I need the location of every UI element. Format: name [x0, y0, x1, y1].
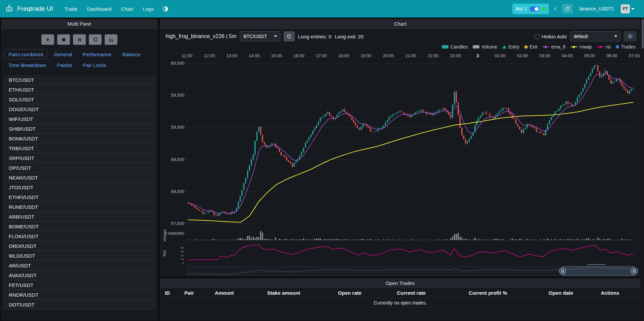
pane-tab[interactable]: General — [49, 50, 76, 59]
multi-pane-panel: Multi Pane Pairs combinedGeneralPerforma… — [1, 19, 158, 320]
legend-marker-icon — [597, 46, 604, 47]
legend-item[interactable]: Exit — [525, 44, 537, 50]
legend-item[interactable]: Entry — [502, 44, 520, 50]
candlestick-chart[interactable]: 11:0012:0013:0014:0015:0016:0017:0018:00… — [160, 53, 641, 277]
pair-list-item[interactable]: AVAX/USDT — [4, 270, 155, 280]
nav-link[interactable]: Trade — [65, 6, 78, 12]
svg-text:59,000: 59,000 — [171, 125, 184, 130]
svg-text:20:00: 20:00 — [383, 53, 394, 58]
nav-link[interactable]: Dashboard — [87, 6, 111, 12]
navbar-reload-button[interactable] — [562, 4, 573, 13]
stop-button[interactable] — [57, 34, 70, 45]
svg-text:07:00: 07:00 — [629, 53, 640, 58]
pair-list-item[interactable]: BOME/USDT — [4, 221, 155, 231]
table-column-header: Open rate — [338, 290, 397, 296]
page-scrollbar-thumb[interactable] — [642, 19, 644, 49]
svg-text:60,000: 60,000 — [171, 61, 184, 66]
pair-list-item[interactable]: SHIB/USDT — [4, 124, 155, 134]
legend-marker-icon — [502, 45, 506, 49]
pane-tab[interactable]: Balance — [118, 50, 145, 59]
user-menu[interactable]: FT — [621, 4, 635, 13]
pane-tab[interactable]: Pair Locks — [78, 60, 111, 70]
legend-item[interactable]: rsi — [597, 44, 611, 50]
pair-list-item[interactable]: AR/USDT — [4, 260, 155, 270]
legend-label: ema_8 — [551, 44, 566, 50]
pair-list-item[interactable]: XRP/USDT — [4, 153, 155, 163]
legend-item[interactable]: rvwap — [571, 44, 592, 50]
pair-list-item[interactable]: BTC/USDT — [4, 75, 155, 85]
pair-select[interactable]: BTC/USDT — [240, 31, 280, 41]
plot-settings-button[interactable] — [624, 31, 636, 41]
top-navbar: Freqtrade UI TradeDashboardChartLogs Bot… — [0, 0, 644, 18]
svg-text:12:00: 12:00 — [204, 53, 215, 58]
pair-list-item[interactable]: ARB/USDT — [4, 212, 155, 222]
theme-toggle-icon[interactable] — [163, 6, 168, 12]
svg-text:60: 60 — [181, 250, 184, 253]
pane-tab[interactable]: Performance — [78, 50, 116, 59]
svg-text:59,500: 59,500 — [171, 93, 184, 98]
pane-tabs-row2: Time BreakdownPairlistPair Locks — [1, 60, 157, 70]
legend-marker-icon — [542, 46, 549, 47]
pair-list-item[interactable]: ORDI/USDT — [4, 241, 155, 251]
svg-text:80: 80 — [181, 246, 184, 249]
pause-button[interactable] — [73, 34, 86, 45]
svg-text:RSI: RSI — [163, 250, 167, 256]
pair-list-item[interactable]: BONK/USDT — [4, 133, 155, 143]
legend-item[interactable]: ema_8 — [542, 44, 566, 50]
open-trades-column-headers: IDPairAmountStake amountOpen rateCurrent… — [160, 288, 640, 298]
chart-reload-button[interactable] — [284, 31, 295, 41]
pair-list-item[interactable]: FET/USDT — [4, 280, 155, 290]
table-column-header: Pair — [184, 290, 215, 296]
legend-item[interactable]: Trades — [616, 44, 636, 50]
legend-marker-icon — [616, 45, 619, 49]
bot-selector-chip[interactable]: Bot 1 — [512, 4, 549, 14]
pane-tab[interactable]: Time Breakdown — [4, 60, 50, 70]
svg-text:58,000: 58,000 — [171, 189, 184, 194]
bot-selected-check-icon: ✓ — [553, 6, 558, 12]
plot-config-select[interactable]: default — [570, 31, 620, 41]
clear-chart-button[interactable] — [105, 34, 117, 45]
table-column-header: Actions — [601, 290, 640, 296]
svg-text:57,500: 57,500 — [171, 221, 184, 226]
pair-list-item[interactable]: ETHFI/USDT — [4, 192, 155, 202]
legend-marker-icon — [473, 45, 479, 49]
pair-list-item[interactable]: DOGE/USDT — [4, 104, 155, 114]
nav-link[interactable]: Chart — [121, 6, 134, 12]
svg-text:16:00: 16:00 — [293, 53, 305, 58]
nav-link[interactable]: Logs — [143, 6, 154, 12]
svg-text:11:00: 11:00 — [182, 53, 192, 58]
heikin-ashi-checkbox[interactable] — [534, 34, 539, 39]
svg-text:02:00: 02:00 — [517, 53, 528, 58]
svg-text:58,500: 58,500 — [171, 157, 184, 162]
pane-tab[interactable]: Pairlist — [52, 60, 76, 70]
pair-list-item[interactable]: DOT/USDT — [4, 299, 155, 310]
pair-list-item[interactable]: FLOKI/USDT — [4, 231, 155, 241]
bot-toggle-switch[interactable] — [530, 6, 539, 11]
pair-list-item[interactable]: SOL/USDT — [4, 94, 155, 104]
pair-list-item[interactable]: TRB/USDT — [4, 143, 155, 153]
pair-list-item[interactable]: WIF/USDT — [4, 114, 155, 124]
pair-list-item[interactable]: WLD/USDT — [4, 251, 155, 261]
bot-exchange-label: binance_USDT1 — [579, 6, 614, 11]
chart-panel: Chart high_frog_binance_v226 | 5m BTC/US… — [160, 19, 641, 276]
long-entries-label: Long entries: 0 — [298, 34, 331, 39]
refresh-button[interactable] — [89, 34, 102, 45]
pair-list-item[interactable]: OP/USDT — [4, 163, 155, 173]
svg-text:2.94862855: 2.94862855 — [165, 231, 184, 235]
pane-tab[interactable]: Pairs combined — [4, 50, 47, 59]
heikin-ashi-label: Heikin Ashi — [542, 34, 567, 39]
play-button[interactable] — [41, 34, 54, 45]
legend-marker-icon — [571, 46, 577, 47]
legend-item[interactable]: Candles — [442, 44, 468, 50]
legend-item[interactable]: Volume — [473, 44, 497, 50]
svg-text:22:00: 22:00 — [428, 53, 439, 58]
pair-list-item[interactable]: JTO/USDT — [4, 182, 155, 192]
pair-list-item[interactable]: NEAR/USDT — [4, 172, 155, 183]
legend-label: Exit — [530, 44, 537, 50]
page-scrollbar-track[interactable] — [641, 18, 644, 321]
pair-list-item[interactable]: ETH/USDT — [4, 85, 155, 95]
legend-label: Volume — [481, 44, 497, 50]
pair-list-item[interactable]: RUNE/USDT — [4, 202, 155, 212]
pair-list-item[interactable]: RNDR/USDT — [4, 290, 155, 300]
avatar[interactable]: FT — [621, 4, 630, 13]
